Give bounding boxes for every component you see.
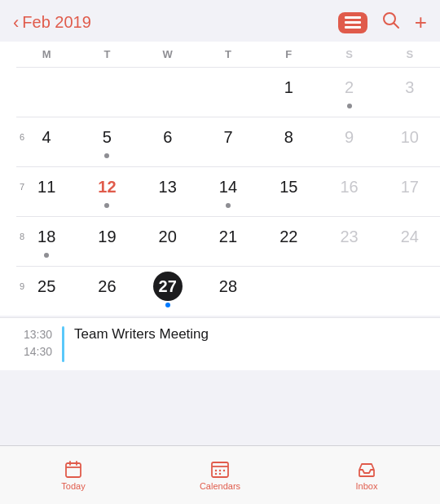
svg-rect-1 (345, 21, 361, 24)
day-8[interactable]: 8 (258, 117, 319, 166)
tab-inbox-label: Inbox (356, 481, 378, 491)
day-cell[interactable] (77, 68, 137, 117)
day-9[interactable]: 9 (319, 117, 379, 166)
header-icons: + (338, 10, 427, 35)
svg-line-4 (394, 23, 398, 28)
day-20[interactable]: 20 (138, 217, 198, 266)
day-10[interactable]: 10 (380, 117, 440, 166)
day-22[interactable]: 22 (258, 217, 319, 266)
tab-today-label: Today (61, 481, 85, 491)
svg-point-14 (215, 472, 217, 474)
day-4[interactable]: 4 (16, 117, 77, 166)
day-15[interactable]: 15 (258, 167, 319, 216)
month-year-label[interactable]: Feb 2019 (22, 13, 91, 32)
svg-point-13 (223, 469, 225, 471)
calendars-icon (210, 460, 230, 480)
week-row-1: 1 2 3 (16, 68, 440, 117)
day-26[interactable]: 26 (77, 267, 137, 316)
day-17[interactable]: 17 (380, 167, 440, 216)
day-13[interactable]: 13 (138, 167, 198, 216)
tab-calendars[interactable]: Calendars (147, 460, 293, 491)
day-cell[interactable] (138, 68, 198, 117)
dow-monday: M (16, 45, 77, 64)
day-3[interactable]: 3 (380, 68, 440, 117)
tab-bar: Today Calendars Inbox (0, 445, 440, 504)
day-28[interactable]: 28 (198, 267, 258, 316)
day-14[interactable]: 14 (198, 167, 258, 216)
day-cell[interactable] (198, 68, 258, 117)
week-row-5: 9 25 26 27 28 (16, 267, 440, 316)
day-1[interactable]: 1 (258, 68, 319, 117)
day-24[interactable]: 24 (380, 217, 440, 266)
back-chevron-icon[interactable]: ‹ (13, 12, 19, 33)
dow-saturday: S (319, 45, 379, 64)
svg-rect-2 (345, 26, 361, 29)
calendar-grid: M T W T F S S 1 2 3 6 4 5 6 (0, 42, 440, 316)
dow-thursday: T (198, 45, 258, 64)
event-title: Team Writers Meeting (74, 326, 209, 343)
day-7[interactable]: 7 (198, 117, 258, 166)
day-23[interactable]: 23 (319, 217, 379, 266)
dow-friday: F (258, 45, 319, 64)
day-27[interactable]: 27 (138, 267, 198, 316)
day-cell[interactable] (16, 68, 77, 117)
svg-point-11 (215, 469, 217, 471)
event-details[interactable]: Team Writers Meeting (74, 326, 209, 343)
inbox-icon (357, 460, 376, 480)
svg-rect-0 (345, 16, 361, 19)
event-color-bar (62, 326, 64, 362)
tab-today[interactable]: Today (0, 460, 147, 491)
day-11[interactable]: 11 (16, 167, 77, 216)
day-12[interactable]: 12 (77, 167, 137, 216)
day-19[interactable]: 19 (77, 217, 137, 266)
search-button[interactable] (382, 11, 400, 34)
day-empty (258, 267, 319, 316)
day-21[interactable]: 21 (198, 217, 258, 266)
event-time-column: 13:30 14:30 (13, 326, 52, 360)
header-left: ‹ Feb 2019 (13, 12, 338, 33)
dow-wednesday: W (138, 45, 198, 64)
dow-tuesday: T (77, 45, 137, 64)
day-18[interactable]: 18 (16, 217, 77, 266)
dow-header-row: M T W T F S S (16, 42, 440, 68)
day-6[interactable]: 6 (138, 117, 198, 166)
week-row-2: 6 4 5 6 7 8 9 10 (16, 117, 440, 167)
add-event-button[interactable]: + (415, 10, 427, 35)
view-toggle-button[interactable] (338, 12, 367, 33)
week-row-4: 8 18 19 20 21 22 23 24 (16, 217, 440, 267)
day-16[interactable]: 16 (319, 167, 379, 216)
day-empty (319, 267, 379, 316)
calendar-header: ‹ Feb 2019 + (0, 0, 440, 42)
today-icon (64, 460, 83, 480)
day-25[interactable]: 25 (16, 267, 77, 316)
event-end-time: 14:30 (24, 343, 52, 360)
week-row-3: 7 11 12 13 14 15 16 17 (16, 167, 440, 217)
event-start-time: 13:30 (24, 326, 52, 343)
day-5[interactable]: 5 (77, 117, 137, 166)
day-2[interactable]: 2 (319, 68, 379, 117)
events-section: 13:30 14:30 Team Writers Meeting (0, 317, 440, 370)
tab-calendars-label: Calendars (200, 481, 240, 491)
tab-inbox[interactable]: Inbox (293, 460, 440, 491)
day-empty (380, 267, 440, 316)
dow-sunday: S (380, 45, 440, 64)
svg-rect-5 (66, 463, 81, 477)
svg-point-15 (219, 472, 221, 474)
svg-point-12 (219, 469, 221, 471)
